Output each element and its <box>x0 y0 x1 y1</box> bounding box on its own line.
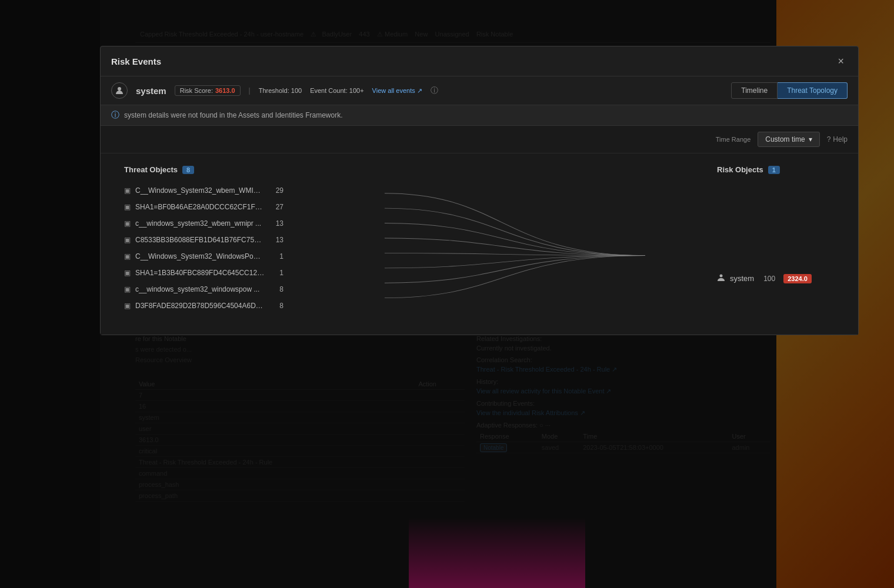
risk-score-label: Risk Score: <box>180 87 213 94</box>
help-label: Help <box>833 135 848 143</box>
svg-point-1 <box>720 275 723 278</box>
threat-file-icon-5: ▣ <box>124 269 131 277</box>
svg-point-0 <box>118 87 121 91</box>
threat-count-5: 1 <box>269 269 283 277</box>
threat-file-icon-7: ▣ <box>124 302 131 310</box>
tab-timeline[interactable]: Timeline <box>731 82 778 99</box>
threat-name-0: C__Windows_System32_wbem_WMIC ... <box>135 186 265 195</box>
dropdown-arrow-icon: ▾ <box>809 135 812 143</box>
threat-count-4: 1 <box>269 252 283 260</box>
threat-item-4[interactable]: ▣ C__Windows_System32_WindowsPow ... 1 <box>124 248 324 265</box>
threat-objects-header: Threat Objects 8 <box>124 165 324 174</box>
custom-time-button[interactable]: Custom time ▾ <box>758 132 819 147</box>
threat-file-icon-3: ▣ <box>124 236 131 244</box>
warning-bar: ⓘ system details were not found in the A… <box>101 105 858 126</box>
risk-score-badge: Risk Score: 3613.0 <box>175 85 241 96</box>
risk-score-value: 3613.0 <box>215 87 235 94</box>
threat-item-5[interactable]: ▣ SHA1=1B3B40FBC889FD4C645CC12C8 ... 1 <box>124 265 324 281</box>
threat-objects-column: Threat Objects 8 ▣ C__Windows_System32_w… <box>124 165 324 314</box>
threat-name-1: SHA1=BF0B46AE28A0DCCC62CF1F3C3 ... <box>135 203 265 211</box>
risk-score-0: 100 <box>763 275 775 283</box>
risk-name-0: system <box>730 274 754 283</box>
threat-item-3[interactable]: ▣ C8533BB3B6088EFB1D641B76FC7583 ... 13 <box>124 232 324 248</box>
help-button[interactable]: ? Help <box>827 135 848 143</box>
risk-item-0[interactable]: system 100 2324.0 <box>717 182 835 288</box>
tab-threat-topology[interactable]: Threat Topology <box>778 82 848 99</box>
threat-count-0: 29 <box>269 186 283 195</box>
modal-tabs: Timeline Threat Topology <box>731 82 848 99</box>
risk-total-badge-0: 2324.0 <box>783 274 812 283</box>
threat-item-0[interactable]: ▣ C__Windows_System32_wbem_WMIC ... 29 <box>124 182 324 199</box>
modal-close-button[interactable]: × <box>834 55 848 68</box>
threat-name-2: c__windows_system32_wbem_wmipr ... <box>135 219 265 228</box>
risk-objects-header: Risk Objects 1 <box>717 165 835 174</box>
threat-objects-title: Threat Objects <box>124 165 178 174</box>
topology-canvas: Threat Objects 8 ▣ C__Windows_System32_w… <box>101 153 858 335</box>
threat-file-icon-4: ▣ <box>124 252 131 260</box>
info-icon[interactable]: ⓘ <box>431 85 438 96</box>
threat-objects-count: 8 <box>182 166 194 174</box>
modal-title: Risk Events <box>111 56 161 66</box>
threat-file-icon-2: ▣ <box>124 219 131 228</box>
threat-item-6[interactable]: ▣ c__windows_system32_windowspow ... 8 <box>124 281 324 298</box>
threat-name-5: SHA1=1B3B40FBC889FD4C645CC12C8 ... <box>135 269 265 277</box>
warning-text: system details were not found in the Ass… <box>124 111 343 119</box>
risk-objects-title: Risk Objects <box>717 165 763 174</box>
user-avatar <box>111 82 128 99</box>
pipe-divider: | <box>249 86 251 95</box>
custom-time-label: Custom time <box>765 135 805 143</box>
warning-info-icon: ⓘ <box>111 110 119 121</box>
modal-header: Risk Events × <box>101 46 858 76</box>
external-link-icon: ↗ <box>417 87 422 95</box>
threat-count-2: 13 <box>269 219 283 228</box>
threat-count-3: 13 <box>269 236 283 244</box>
risk-objects-column: Risk Objects 1 system 100 2324.0 <box>717 165 835 288</box>
question-icon: ? <box>827 135 831 143</box>
threat-name-6: c__windows_system32_windowspow ... <box>135 285 265 293</box>
risk-objects-count: 1 <box>768 166 780 174</box>
threat-count-1: 27 <box>269 203 283 211</box>
threat-name-4: C__Windows_System32_WindowsPow ... <box>135 252 265 260</box>
modal-subheader: system Risk Score: 3613.0 | Threshold: 1… <box>101 76 858 105</box>
event-count-text: Event Count: 100+ <box>310 87 363 94</box>
threshold-text: Threshold: 100 <box>259 87 302 94</box>
system-name: system <box>136 86 166 96</box>
threat-count-7: 8 <box>269 302 283 310</box>
risk-events-modal: Risk Events × system Risk Score: 3613.0 … <box>100 46 859 335</box>
threat-file-icon-0: ▣ <box>124 186 131 195</box>
view-all-events-link[interactable]: View all events ↗ <box>372 87 422 95</box>
modal-body: Time Range Custom time ▾ ? Help Threat O… <box>101 126 858 335</box>
threat-count-6: 8 <box>269 285 283 293</box>
threat-name-3: C8533BB3B6088EFB1D641B76FC7583 ... <box>135 236 265 244</box>
threat-name-7: D3F8FADE829D2B78D596C4504A6DAE ... <box>135 302 265 310</box>
threat-item-7[interactable]: ▣ D3F8FADE829D2B78D596C4504A6DAE ... 8 <box>124 298 324 314</box>
topology-toolbar: Time Range Custom time ▾ ? Help <box>101 126 858 153</box>
threat-file-icon-1: ▣ <box>124 203 131 211</box>
threat-item-1[interactable]: ▣ SHA1=BF0B46AE28A0DCCC62CF1F3C3 ... 27 <box>124 199 324 215</box>
threat-item-2[interactable]: ▣ c__windows_system32_wbem_wmipr ... 13 <box>124 215 324 232</box>
risk-user-icon <box>717 273 725 283</box>
threat-file-icon-6: ▣ <box>124 285 131 293</box>
time-range-label: Time Range <box>716 136 751 143</box>
